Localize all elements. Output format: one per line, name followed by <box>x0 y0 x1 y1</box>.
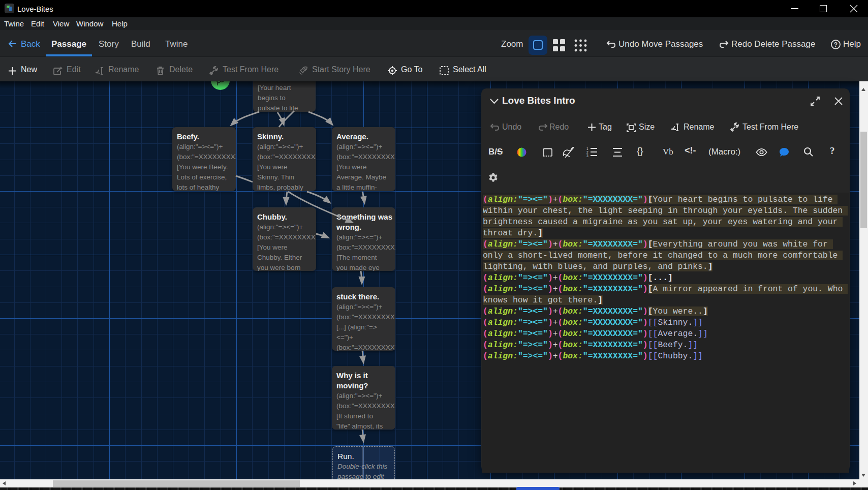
svg-text:?: ? <box>834 41 838 48</box>
svg-text:2: 2 <box>586 150 588 154</box>
svg-text:3: 3 <box>586 154 588 158</box>
svg-text:1: 1 <box>586 147 588 150</box>
